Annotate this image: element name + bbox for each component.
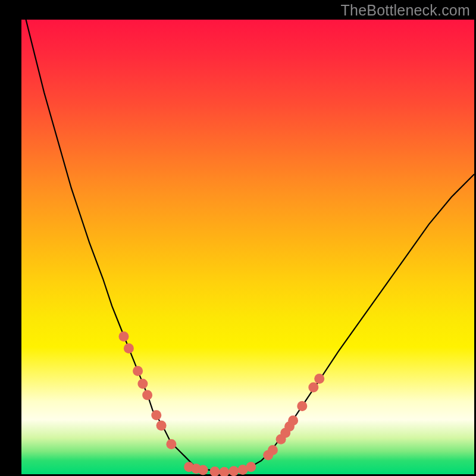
- curve-dot: [246, 462, 256, 472]
- chart-frame: TheBottleneck.com: [0, 0, 476, 476]
- curve-dot: [308, 383, 318, 393]
- curve-dot: [151, 410, 161, 420]
- curve-dot: [219, 467, 229, 476]
- curve-dot: [209, 466, 220, 476]
- curve-dot: [124, 343, 134, 353]
- curve-dot: [288, 415, 298, 425]
- curve-dot: [137, 379, 148, 389]
- curve-dot: [156, 421, 167, 431]
- curve-dot: [268, 445, 278, 455]
- curve-dot: [198, 465, 208, 475]
- curve-dot: [314, 374, 324, 384]
- curve-markers: [119, 331, 325, 476]
- curve-dot: [297, 401, 307, 411]
- chart-svg: [0, 0, 476, 476]
- curve-dot: [228, 466, 239, 476]
- curve-dot: [119, 331, 129, 342]
- curve-dot: [142, 390, 152, 400]
- bottleneck-curve: [21, 1, 474, 471]
- curve-dot: [133, 366, 143, 376]
- curve-dot: [166, 439, 176, 449]
